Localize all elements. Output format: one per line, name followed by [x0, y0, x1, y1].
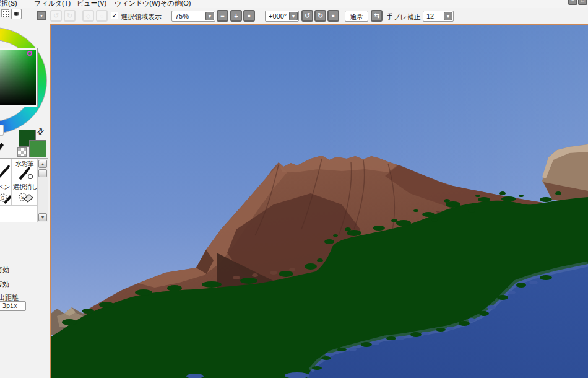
redo-button[interactable]: ↻	[64, 10, 76, 22]
painttool-sai-window: { "menu": { "items": [ { "label": "選択(S)…	[0, 0, 588, 378]
menu-selection[interactable]: 選択(S)	[0, 0, 17, 8]
minimize-button[interactable]: −	[568, 0, 577, 5]
option-enabled-1: 有効	[0, 265, 9, 275]
tool-selection-eraser[interactable]: 選択消し S	[12, 182, 37, 205]
tool-brush[interactable]	[0, 159, 11, 182]
brush-icon	[0, 164, 11, 180]
canvas-window[interactable]	[50, 24, 588, 378]
option-enabled-2: 有効	[0, 279, 9, 289]
background-color-swatch[interactable]	[29, 140, 46, 157]
chevron-down-icon[interactable]: ▼	[444, 12, 452, 20]
selection-pen-icon: S	[0, 190, 11, 204]
reset-icon: ■	[248, 13, 251, 19]
undo-button[interactable]: ↺	[50, 10, 62, 22]
panel-dropdown-button[interactable]: ▼	[37, 11, 46, 20]
transparent-color-button[interactable]	[17, 147, 27, 157]
invert-selection-button[interactable]: ◌	[96, 10, 108, 22]
swap-colors-icon[interactable]: ⇄	[34, 125, 46, 138]
selection-icon: ◌	[100, 13, 103, 19]
tool-selection-pen[interactable]: ペン S	[0, 182, 11, 205]
chevron-down-icon: ▼	[40, 14, 44, 18]
clipped-tool-button[interactable]	[0, 125, 4, 136]
soft-dot-icon	[14, 12, 19, 16]
tool-watercolor-brush[interactable]: 水彩筆	[12, 159, 37, 182]
smoothing-button[interactable]	[11, 9, 22, 19]
scroll-down-button[interactable]: ▼	[38, 213, 47, 221]
rotate-cw-button[interactable]: ↻	[314, 10, 326, 22]
scrollbar-thumb[interactable]	[38, 169, 47, 177]
maximize-button[interactable]: □	[578, 0, 587, 5]
tool-grid: 水彩筆 ペン S 選択消し S	[0, 158, 48, 222]
zoom-value: 75%	[175, 12, 189, 20]
svg-text:S: S	[1, 196, 4, 200]
blend-mode-label: 通常	[350, 13, 363, 20]
scroll-up-button[interactable]: ▲	[38, 160, 47, 168]
reset-icon: ■	[332, 13, 335, 19]
rotate-reset-button[interactable]: ■	[327, 10, 339, 22]
menu-filter[interactable]: フィルタ(T)	[34, 0, 71, 8]
menu-bar: 選択(S) フィルタ(T) ビュー(V) ウィンドウ(W) その他(O)	[0, 0, 588, 8]
stabilizer-value: 12	[426, 12, 434, 20]
tool-grid-scrollbar[interactable]: ▲ ▼	[37, 159, 48, 222]
main-toolbar: ▼ ↺ ↻ ◇ ◌ ✓ 選択領域表示 75% ▼ − + ■ +000° ▼ ↺…	[0, 9, 588, 24]
detection-distance-value[interactable]: 3pix	[0, 301, 26, 311]
zoom-in-button[interactable]: +	[230, 10, 242, 22]
chevron-down-icon[interactable]: ▼	[205, 12, 214, 20]
deselect-button[interactable]: ◇	[82, 10, 94, 22]
zoom-out-button[interactable]: −	[217, 10, 228, 22]
selection-display-label: 選択領域表示	[121, 12, 162, 22]
angle-combo[interactable]: +000° ▼	[265, 11, 299, 22]
watercolor-brush-icon	[18, 167, 34, 180]
painting-canvas[interactable]	[51, 25, 588, 378]
left-tool-panel: ⇄ 水彩筆 ペン	[0, 24, 49, 378]
selection-eraser-icon: S	[18, 190, 34, 204]
rotate-ccw-button[interactable]: ↺	[301, 10, 313, 22]
deselect-icon: ◇	[86, 13, 90, 19]
stabilizer-label: 手ブレ補正	[386, 12, 421, 22]
saturation-value-square[interactable]	[0, 48, 37, 107]
menu-window[interactable]: ウィンドウ(W)	[115, 0, 160, 8]
menu-view[interactable]: ビュー(V)	[77, 0, 106, 8]
clipped-pen-icon[interactable]	[0, 140, 5, 152]
zoom-combo[interactable]: 75% ▼	[171, 11, 215, 22]
stabilizer-combo[interactable]: 12 ▼	[423, 11, 454, 22]
pixel-grid-button[interactable]	[1, 9, 9, 17]
menu-others[interactable]: その他(O)	[160, 0, 191, 8]
chevron-down-icon[interactable]: ▼	[289, 12, 298, 20]
angle-value: +000°	[269, 12, 287, 20]
flip-horizontal-button[interactable]: ⇆	[371, 10, 383, 22]
hue-cursor[interactable]	[27, 51, 32, 56]
selection-display-checkbox[interactable]: ✓	[111, 12, 118, 19]
blend-mode-button[interactable]: 通常	[345, 11, 368, 22]
zoom-reset-button[interactable]: ■	[243, 10, 255, 22]
